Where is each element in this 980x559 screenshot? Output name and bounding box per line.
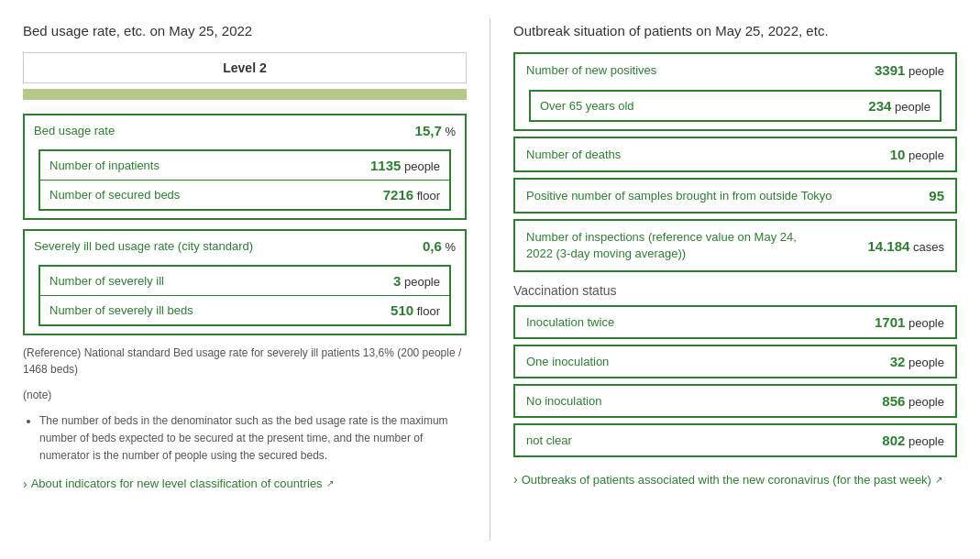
reference-note: (Reference) National standard Bed usage … xyxy=(23,345,467,378)
inpatients-row: Number of inpatients 1135 people xyxy=(40,151,449,180)
level-classification-link[interactable]: › About indicators for new level classif… xyxy=(23,477,467,491)
panel-divider xyxy=(490,18,490,541)
inpatients-value: 1135 people xyxy=(370,158,440,173)
inspections-section: Number of inspections (reference value o… xyxy=(513,219,957,272)
not-clear-row: not clear 802 people xyxy=(515,425,955,455)
twice-value: 1701 people xyxy=(875,314,944,330)
note-label: (note) xyxy=(23,387,467,403)
over65-row: Over 65 years old 234 people xyxy=(531,92,940,120)
over65-sub-section: Over 65 years old 234 people xyxy=(529,90,941,122)
deaths-value: 10 people xyxy=(890,147,944,162)
severely-ill-rate-label: Severely ill bed usage rate (city standa… xyxy=(34,239,253,253)
inspections-label: Number of inspections (reference value o… xyxy=(526,229,798,262)
not-clear-label: not clear xyxy=(526,433,572,447)
new-positives-row: Number of new positives 3391 people xyxy=(515,54,955,86)
external-link-icon: ↗ xyxy=(326,478,334,488)
twice-section: Inoculation twice 1701 people xyxy=(513,305,957,339)
over65-value: 234 people xyxy=(868,98,930,114)
chevron-right-icon: › xyxy=(513,470,518,489)
secured-beds-value: 7216 floor xyxy=(383,187,440,203)
severely-ill-rate-row: Severely ill bed usage rate (city standa… xyxy=(25,231,465,261)
once-value: 32 people xyxy=(890,354,944,369)
external-link-icon: ↗ xyxy=(935,473,942,487)
once-section: One inoculation 32 people xyxy=(513,345,957,378)
no-inoculation-label: No inoculation xyxy=(526,394,601,408)
severely-ill-value: 3 people xyxy=(393,273,440,289)
right-panel: Outbreak situation of patients on May 25… xyxy=(500,9,971,550)
left-panel-title: Bed usage rate, etc. on May 25, 2022 xyxy=(23,23,467,38)
twice-row: Inoculation twice 1701 people xyxy=(515,307,955,337)
deaths-label: Number of deaths xyxy=(526,148,621,161)
no-inoculation-section: No inoculation 856 people xyxy=(513,384,957,418)
no-inoculation-row: No inoculation 856 people xyxy=(515,386,955,416)
not-clear-section: not clear 802 people xyxy=(513,423,957,457)
severely-ill-section: Severely ill bed usage rate (city standa… xyxy=(23,229,467,335)
outbreak-link[interactable]: › Outbreaks of patients associated with … xyxy=(513,470,957,489)
severely-ill-sub-section: Number of severely ill 3 people Number o… xyxy=(39,265,451,326)
secured-beds-row: Number of secured beds 7216 floor xyxy=(40,180,449,209)
outside-tokyo-label: Positive number of samples brought in fr… xyxy=(526,189,832,203)
bed-usage-rate-label: Bed usage rate xyxy=(34,124,115,137)
once-row: One inoculation 32 people xyxy=(515,346,955,377)
bed-usage-rate-row: Bed usage rate 15,7 % xyxy=(25,115,465,146)
over65-label: Over 65 years old xyxy=(540,99,634,113)
link-label[interactable]: About indicators for new level classific… xyxy=(31,477,323,490)
severely-ill-beds-value: 510 floor xyxy=(391,302,440,318)
right-panel-title: Outbreak situation of patients on May 25… xyxy=(513,23,957,38)
deaths-section: Number of deaths 10 people xyxy=(513,137,957,172)
severely-ill-beds-row: Number of severely ill beds 510 floor xyxy=(40,295,449,324)
not-clear-value: 802 people xyxy=(882,433,944,448)
note-list: The number of beds in the denominator su… xyxy=(23,412,467,466)
bed-sub-section: Number of inpatients 1135 people Number … xyxy=(39,149,451,211)
bed-usage-rate-section: Bed usage rate 15,7 % Number of inpatien… xyxy=(23,114,467,220)
inspections-row: Number of inspections (reference value o… xyxy=(515,221,955,270)
deaths-row: Number of deaths 10 people xyxy=(515,138,955,170)
twice-label: Inoculation twice xyxy=(526,315,614,329)
level-bar xyxy=(23,89,467,100)
new-positives-section: Number of new positives 3391 people Over… xyxy=(513,52,957,131)
severely-ill-row: Number of severely ill 3 people xyxy=(40,267,449,295)
severely-ill-label: Number of severely ill xyxy=(50,274,164,288)
outside-tokyo-row: Positive number of samples brought in fr… xyxy=(515,180,955,212)
new-positives-label: Number of new positives xyxy=(526,63,656,77)
once-label: One inoculation xyxy=(526,355,609,368)
new-positives-value: 3391 people xyxy=(875,62,944,78)
vaccination-title: Vaccination status xyxy=(513,283,957,298)
outside-tokyo-value: 95 xyxy=(929,188,944,203)
chevron-right-icon: › xyxy=(23,477,28,491)
secured-beds-label: Number of secured beds xyxy=(50,188,180,202)
outside-tokyo-section: Positive number of samples brought in fr… xyxy=(513,178,957,214)
level-indicator: Level 2 xyxy=(23,52,467,83)
inpatients-label: Number of inpatients xyxy=(50,159,160,172)
severely-ill-beds-label: Number of severely ill beds xyxy=(50,303,193,317)
note-item: The number of beds in the denominator su… xyxy=(39,412,467,466)
left-panel: Bed usage rate, etc. on May 25, 2022 Lev… xyxy=(9,9,480,550)
inspections-value: 14.184 cases xyxy=(868,238,944,254)
severely-ill-rate-value: 0,6 % xyxy=(423,238,456,254)
no-inoculation-value: 856 people xyxy=(882,393,944,409)
bed-usage-rate-value: 15,7 % xyxy=(415,123,456,138)
outbreak-link-label[interactable]: Outbreaks of patients associated with th… xyxy=(522,471,931,489)
